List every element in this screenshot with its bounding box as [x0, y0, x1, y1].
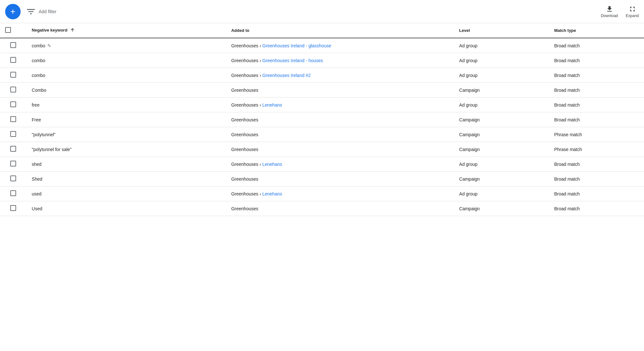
match-type-cell: Broad match [549, 186, 644, 201]
row-checkbox-cell [0, 142, 27, 157]
keyword-cell: Used [27, 201, 226, 216]
level-cell: Campaign [454, 172, 549, 186]
row-checkbox-cell [0, 98, 27, 112]
add-filter-label[interactable]: Add filter [39, 9, 56, 14]
keyword-text: combo [32, 73, 45, 78]
row-checkbox-cell [0, 201, 27, 216]
row-checkbox[interactable] [10, 116, 16, 122]
added-to-cell: Greenhouses › Lenehans [226, 157, 454, 172]
level-cell: Campaign [454, 201, 549, 216]
keywords-table: Negative keyword Added to Level Match ty… [0, 23, 644, 216]
added-to-cell: Greenhouses › Lenehans [226, 98, 454, 112]
row-checkbox-cell [0, 172, 27, 186]
added-to-cell: Greenhouses › Greenhouses Ireland - glas… [226, 38, 454, 53]
table-row: comboGreenhouses › Greenhouses Ireland -… [0, 53, 644, 68]
row-checkbox-cell [0, 112, 27, 127]
level-cell: Ad group [454, 53, 549, 68]
row-checkbox[interactable] [10, 131, 16, 137]
match-type-cell: Phrase match [549, 127, 644, 142]
row-checkbox-cell [0, 38, 27, 53]
row-checkbox[interactable] [10, 161, 16, 166]
table-row: "polytunnel for sale"GreenhousesCampaign… [0, 142, 644, 157]
toolbar-right: Download Expand [601, 5, 639, 18]
added-to-link[interactable]: Greenhouses Ireland - houses [262, 58, 323, 63]
download-action[interactable]: Download [601, 5, 618, 18]
keyword-cell: combo [27, 68, 226, 83]
match-type-cell: Broad match [549, 83, 644, 98]
table-row: comboGreenhouses › Greenhouses Ireland #… [0, 68, 644, 83]
added-to-cell: Greenhouses [226, 112, 454, 127]
row-checkbox-cell [0, 186, 27, 201]
level-cell: Ad group [454, 98, 549, 112]
added-to-cell: Greenhouses › Greenhouses Ireland #2 [226, 68, 454, 83]
level-cell: Ad group [454, 186, 549, 201]
match-type-cell: Phrase match [549, 142, 644, 157]
level-cell: Ad group [454, 38, 549, 53]
row-checkbox[interactable] [10, 176, 16, 181]
edit-icon[interactable]: ✎ [47, 43, 51, 48]
added-to-cell: Greenhouses [226, 172, 454, 186]
add-button[interactable]: + [5, 4, 21, 19]
expand-label: Expand [626, 14, 639, 18]
row-checkbox-cell [0, 127, 27, 142]
added-to-cell: Greenhouses [226, 201, 454, 216]
keyword-text: Free [32, 117, 41, 122]
row-checkbox[interactable] [10, 101, 16, 107]
sort-icon [70, 27, 75, 33]
row-checkbox[interactable] [10, 72, 16, 78]
keyword-text: "polytunnel for sale" [32, 147, 72, 152]
table-row: FreeGreenhousesCampaignBroad match [0, 112, 644, 127]
added-to-cell: Greenhouses › Lenehans [226, 186, 454, 201]
added-to-link[interactable]: Greenhouses Ireland #2 [262, 73, 311, 78]
row-checkbox-cell [0, 83, 27, 98]
row-checkbox[interactable] [10, 42, 16, 48]
match-type-cell: Broad match [549, 201, 644, 216]
added-to-link[interactable]: Lenehans [262, 191, 282, 196]
added-to-cell: Greenhouses [226, 83, 454, 98]
added-to-link[interactable]: Lenehans [262, 102, 282, 108]
keyword-cell: Free [27, 112, 226, 127]
added-to-link[interactable]: Greenhouses Ireland - glasshouse [262, 43, 331, 48]
table-row: combo✎Greenhouses › Greenhouses Ireland … [0, 38, 644, 53]
keyword-text: used [32, 191, 42, 196]
added-to-link[interactable]: Lenehans [262, 162, 282, 167]
keyword-text: Shed [32, 176, 43, 182]
level-cell: Campaign [454, 142, 549, 157]
keyword-text: combo [32, 58, 45, 63]
table-row: shedGreenhouses › LenehansAd groupBroad … [0, 157, 644, 172]
level-cell: Campaign [454, 83, 549, 98]
added-to-cell: Greenhouses › Greenhouses Ireland - hous… [226, 53, 454, 68]
header-checkbox-cell [0, 23, 27, 38]
keyword-cell: "polytunnel for sale" [27, 142, 226, 157]
match-type-cell: Broad match [549, 53, 644, 68]
table-header-row: Negative keyword Added to Level Match ty… [0, 23, 644, 38]
row-checkbox[interactable] [10, 57, 16, 63]
keyword-text: free [32, 102, 40, 108]
level-cell: Ad group [454, 68, 549, 83]
header-added-to: Added to [226, 23, 454, 38]
table-row: ComboGreenhousesCampaignBroad match [0, 83, 644, 98]
keyword-text: shed [32, 162, 42, 167]
match-type-cell: Broad match [549, 38, 644, 53]
table-row: "polytunnel"GreenhousesCampaignPhrase ma… [0, 127, 644, 142]
keyword-cell: free [27, 98, 226, 112]
row-checkbox[interactable] [10, 205, 16, 211]
row-checkbox[interactable] [10, 190, 16, 196]
download-label: Download [601, 14, 618, 18]
filter-icon[interactable] [26, 6, 36, 17]
row-checkbox[interactable] [10, 87, 16, 92]
row-checkbox-cell [0, 157, 27, 172]
keyword-cell: combo [27, 53, 226, 68]
row-checkbox[interactable] [10, 146, 16, 152]
keyword-text: combo [32, 43, 45, 48]
keyword-text: Used [32, 206, 43, 211]
header-keyword-label: Negative keyword [32, 28, 68, 33]
header-level: Level [454, 23, 549, 38]
level-cell: Ad group [454, 157, 549, 172]
expand-action[interactable]: Expand [626, 5, 639, 18]
level-cell: Campaign [454, 112, 549, 127]
header-keyword[interactable]: Negative keyword [27, 23, 226, 38]
table-container: Negative keyword Added to Level Match ty… [0, 23, 644, 216]
header-checkbox[interactable] [5, 27, 11, 33]
match-type-cell: Broad match [549, 172, 644, 186]
